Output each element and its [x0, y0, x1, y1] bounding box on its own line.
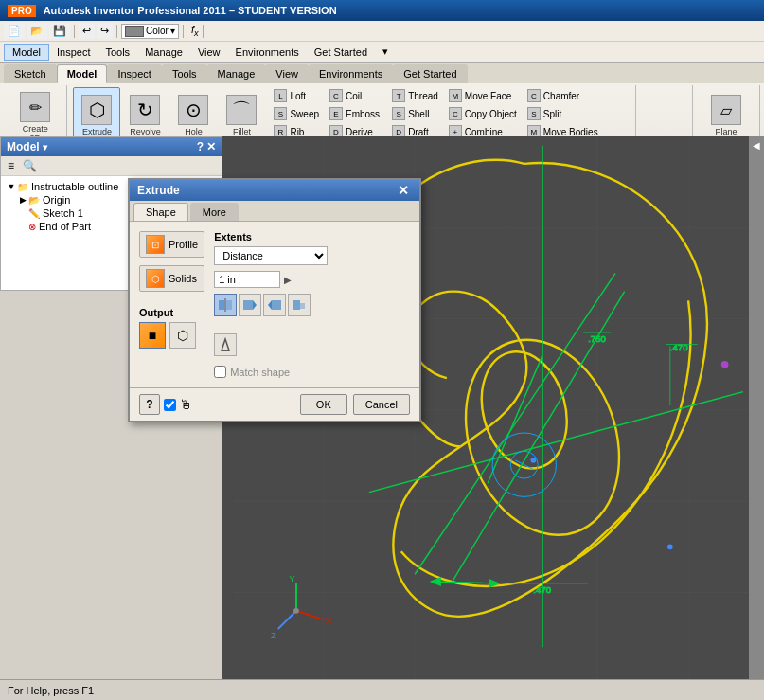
- undo-button[interactable]: ↩: [79, 23, 95, 39]
- menu-bar: Model Inspect Tools Manage View Environm…: [0, 42, 764, 63]
- footer-checkbox[interactable]: [164, 399, 176, 411]
- sweep-button[interactable]: S Sweep: [270, 105, 323, 122]
- panel-close-icon[interactable]: ✕: [206, 140, 216, 153]
- dialog-tab-more[interactable]: More: [190, 203, 239, 221]
- svg-rect-42: [226, 300, 232, 310]
- loft-button[interactable]: L Loft: [270, 87, 323, 104]
- dir-btn-negative[interactable]: [263, 294, 286, 316]
- new-button[interactable]: 📄: [4, 23, 25, 39]
- tree-label-end: End of Part: [39, 221, 91, 232]
- menu-manage[interactable]: Manage: [137, 45, 190, 60]
- hole-button[interactable]: ⊙ Hole: [169, 87, 217, 144]
- menu-more[interactable]: ▾: [375, 44, 396, 60]
- tab-environments[interactable]: Environments: [309, 64, 393, 83]
- dialog-titlebar: Extrude ✕: [130, 180, 419, 201]
- menu-environments[interactable]: Environments: [228, 45, 307, 60]
- emboss-button[interactable]: E Emboss: [326, 105, 383, 122]
- sketch-icon-sketch1: ✏️: [28, 208, 40, 219]
- dir-btn-asymmetric[interactable]: [288, 294, 311, 316]
- expand-icon-origin: ▶: [18, 195, 27, 205]
- folder-icon-instructable: 📁: [17, 182, 28, 192]
- expand-icon-instructable: ▼: [7, 182, 16, 191]
- ok-button[interactable]: OK: [300, 394, 347, 415]
- extrude-button[interactable]: ⬡ Extrude: [73, 87, 120, 144]
- chamfer-label: Chamfer: [543, 91, 579, 101]
- color-selector[interactable]: Color ▾: [121, 24, 179, 39]
- coil-icon: C: [329, 89, 343, 102]
- tab-model[interactable]: Model: [57, 64, 108, 83]
- extrude-icon: ⬡: [81, 95, 112, 125]
- extents-section: Extents Distance To Next To From-To All …: [214, 231, 410, 316]
- coil-button[interactable]: C Coil: [326, 87, 383, 104]
- menu-tools[interactable]: Tools: [98, 45, 137, 60]
- quick-toolbar: 📄 📂 💾 ↩ ↪ Color ▾ fx: [0, 21, 764, 42]
- plane-button[interactable]: ▱ Plane: [700, 87, 753, 144]
- thread-button[interactable]: T Thread: [388, 87, 442, 104]
- shell-button[interactable]: S Shell: [388, 105, 442, 122]
- split-button[interactable]: S Split: [524, 105, 602, 122]
- save-button[interactable]: 💾: [49, 23, 70, 39]
- svg-point-30: [721, 361, 729, 368]
- dir-btn-positive[interactable]: [239, 294, 261, 316]
- right-nav-arrow[interactable]: ◀: [753, 140, 760, 151]
- solids-button[interactable]: ⬡ Solids: [139, 265, 204, 292]
- dialog-tab-shape[interactable]: Shape: [133, 203, 188, 221]
- output-buttons: ■ ⬡: [139, 322, 204, 349]
- redo-button[interactable]: ↪: [97, 23, 113, 39]
- distance-row: ▶: [214, 271, 410, 288]
- chamfer-button[interactable]: C Chamfer: [524, 87, 602, 104]
- move-face-button[interactable]: M Move Face: [445, 87, 521, 104]
- dialog-close-button[interactable]: ✕: [395, 183, 412, 198]
- menu-inspect[interactable]: Inspect: [49, 45, 98, 60]
- panel-question-icon[interactable]: ?: [197, 140, 204, 153]
- tab-manage[interactable]: Manage: [207, 64, 266, 83]
- right-nav: ◀: [749, 136, 764, 679]
- panel-title: Model ▾: [7, 140, 47, 153]
- svg-marker-50: [222, 339, 229, 350]
- dir-btn-symmetric[interactable]: [214, 294, 237, 316]
- dialog-tabs: Shape More: [130, 201, 419, 222]
- sweep-label: Sweep: [290, 109, 319, 119]
- svg-text:Z: Z: [271, 630, 276, 640]
- dialog-left-tools: ⊡ Profile ⬡ Solids Output ■ ⬡: [139, 231, 204, 378]
- distance-input[interactable]: [214, 271, 280, 288]
- filter-button[interactable]: ≡: [5, 158, 17, 173]
- menu-view[interactable]: View: [190, 45, 228, 60]
- tab-tools[interactable]: Tools: [162, 64, 207, 83]
- color-swatch: [125, 26, 144, 37]
- help-button[interactable]: ?: [139, 394, 160, 415]
- menu-get-started[interactable]: Get Started: [307, 45, 375, 60]
- open-button[interactable]: 📂: [27, 23, 47, 39]
- end-icon: ⊗: [28, 222, 36, 232]
- svg-rect-41: [219, 300, 224, 310]
- derive-label: Derive: [346, 127, 373, 137]
- profile-button[interactable]: ⊡ Profile: [139, 231, 204, 258]
- tab-view[interactable]: View: [265, 64, 309, 83]
- footer-right: OK Cancel: [300, 394, 410, 415]
- title-bar: PRO Autodesk Inventor Professional 2011 …: [0, 0, 764, 21]
- tab-get-started[interactable]: Get Started: [393, 64, 467, 83]
- menu-model[interactable]: Model: [4, 44, 49, 61]
- match-shape-checkbox[interactable]: [214, 366, 226, 378]
- output-surface-button[interactable]: ⬡: [169, 322, 196, 349]
- solids-label: Solids: [169, 273, 197, 284]
- folder-icon-origin: 📂: [28, 195, 40, 206]
- revolve-button[interactable]: ↻ Revolve: [121, 87, 169, 144]
- output-solid-button[interactable]: ■: [139, 322, 166, 349]
- solids-icon: ⬡: [146, 269, 165, 288]
- taper-button[interactable]: [214, 333, 237, 356]
- copy-object-button[interactable]: C Copy Object: [445, 105, 521, 122]
- coil-label: Coil: [346, 91, 362, 101]
- cancel-button[interactable]: Cancel: [353, 394, 410, 415]
- tab-inspect[interactable]: Inspect: [107, 64, 161, 83]
- tree-label-instructable: Instructable outline: [31, 181, 118, 192]
- search-button[interactable]: 🔍: [20, 158, 40, 173]
- fillet-button[interactable]: ⌒ Fillet: [218, 87, 265, 144]
- extents-select[interactable]: Distance To Next To From-To All: [214, 246, 328, 265]
- extents-label: Extents: [214, 231, 410, 242]
- dialog-section-main: ⊡ Profile ⬡ Solids Output ■ ⬡: [139, 231, 410, 378]
- tab-sketch[interactable]: Sketch: [4, 64, 57, 83]
- dialog-body: ⊡ Profile ⬡ Solids Output ■ ⬡: [130, 222, 419, 387]
- split-icon: S: [527, 107, 541, 120]
- revolve-label: Revolve: [130, 127, 161, 136]
